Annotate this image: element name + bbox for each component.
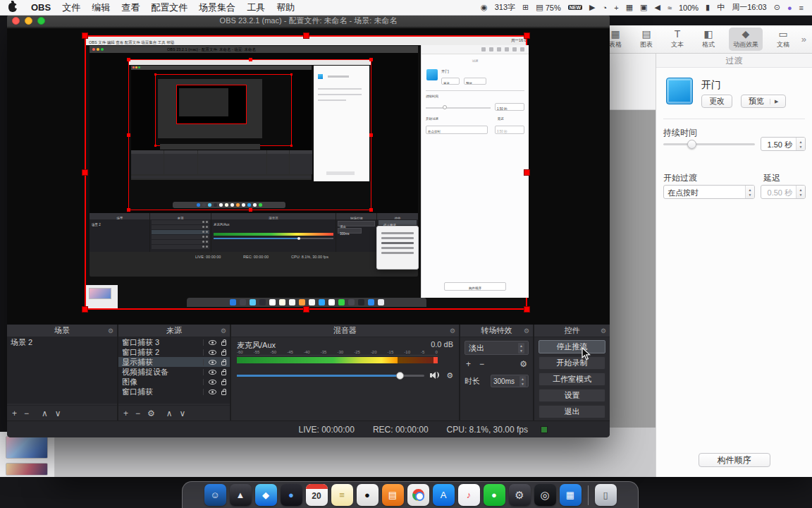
- panel-menu-icon[interactable]: ⚙: [601, 327, 606, 334]
- transition-properties-button[interactable]: ⚙: [519, 359, 527, 369]
- toolbar-图表[interactable]: ▤图表: [636, 28, 657, 51]
- menubar-item-2[interactable]: 查看: [121, 1, 140, 14]
- scene-up-button[interactable]: ∧: [42, 409, 48, 418]
- duration-slider[interactable]: [663, 143, 755, 145]
- resize-handle[interactable]: [524, 32, 530, 39]
- menubar-item-6[interactable]: 帮助: [276, 1, 295, 14]
- dock-item-chrome[interactable]: [407, 484, 429, 506]
- dock-item-mail[interactable]: ●: [281, 484, 302, 506]
- menubar-app-name[interactable]: OBS: [31, 2, 51, 13]
- dock-item-books[interactable]: ▤: [382, 484, 404, 506]
- dock-item-launchpad[interactable]: ▲: [230, 484, 252, 506]
- visibility-eye-icon[interactable]: [209, 389, 216, 394]
- obs-preview-canvas[interactable]: OBS 文件 编辑 查看 配置文件 场景集合 工具 帮助 周一16:03 OBS…: [7, 28, 610, 325]
- duration-slider-knob[interactable]: [687, 140, 696, 149]
- menubar-siri-icon[interactable]: ●: [787, 4, 792, 12]
- menubar-wifi-icon[interactable]: ≈: [668, 4, 672, 12]
- menubar-display-icon[interactable]: ▦: [626, 3, 633, 12]
- source-row[interactable]: 窗口捕获 2: [118, 347, 230, 357]
- menubar-battery-icon[interactable]: ▮: [706, 3, 710, 12]
- scenes-list[interactable]: 场景 2: [7, 337, 117, 404]
- menubar-item-1[interactable]: 编辑: [92, 1, 110, 14]
- menubar-device-battery[interactable]: ▤75%: [536, 3, 560, 12]
- dock-item-obs[interactable]: ◎: [534, 484, 556, 506]
- mixer-volume-slider[interactable]: [237, 375, 424, 377]
- duration-arrows[interactable]: ▲▼: [519, 376, 526, 387]
- control-button-4[interactable]: 退出: [539, 405, 605, 418]
- visibility-eye-icon[interactable]: [209, 340, 216, 345]
- menubar-keyboard-icon[interactable]: ▣: [640, 3, 647, 12]
- dock-item-calendar[interactable]: 20: [306, 484, 328, 506]
- dock-item-app-store[interactable]: A: [433, 484, 455, 506]
- close-button[interactable]: [12, 17, 20, 25]
- visibility-eye-icon[interactable]: [209, 360, 216, 365]
- source-down-button[interactable]: ∨: [180, 409, 186, 418]
- remove-transition-button[interactable]: −: [479, 359, 484, 369]
- resize-handle[interactable]: [82, 32, 88, 39]
- menubar-item-4[interactable]: 场景集合: [199, 1, 235, 14]
- dock-item-safari[interactable]: ◆: [255, 484, 277, 506]
- dock-item-finder[interactable]: ☺: [204, 484, 226, 506]
- dock-item-qq[interactable]: ●: [357, 484, 379, 506]
- resize-handle[interactable]: [524, 169, 530, 176]
- speaker-icon[interactable]: [430, 371, 441, 380]
- lock-icon[interactable]: [221, 381, 226, 385]
- mixer-slider-knob[interactable]: [396, 372, 404, 380]
- resize-handle[interactable]: [524, 306, 530, 313]
- slide-thumbnail[interactable]: [6, 436, 48, 459]
- source-up-button[interactable]: ∧: [166, 409, 173, 418]
- source-row[interactable]: 显示捕获: [118, 357, 230, 367]
- toolbar-文本[interactable]: T文本: [667, 28, 688, 51]
- menubar-item-5[interactable]: 工具: [247, 1, 265, 14]
- dock-item-itunes[interactable]: ♪: [458, 484, 480, 506]
- dock-item-system-preferences[interactable]: ⚙: [509, 484, 531, 506]
- control-button-1[interactable]: 开始录制: [539, 356, 605, 370]
- resize-handle[interactable]: [82, 169, 88, 176]
- scene-down-button[interactable]: ∨: [55, 409, 61, 418]
- control-button-3[interactable]: 设置: [539, 389, 605, 402]
- start-select-arrows[interactable]: ▲▼: [745, 186, 754, 198]
- menubar-obs-status-icon[interactable]: ◉: [481, 3, 488, 12]
- transition-select[interactable]: 淡出 ▲▼: [465, 341, 529, 355]
- dock-item-trash[interactable]: ▯: [595, 484, 617, 506]
- resize-handle[interactable]: [82, 306, 88, 313]
- duration-stepper[interactable]: 1.50 秒 ▲▼: [761, 137, 806, 151]
- menubar-volume-icon[interactable]: ◀: [654, 3, 660, 12]
- menubar-search-icon[interactable]: ⊙: [774, 3, 780, 12]
- panel-menu-icon[interactable]: ⚙: [450, 327, 455, 334]
- control-button-2[interactable]: 工作室模式: [539, 373, 605, 386]
- transition-select-arrows[interactable]: ▲▼: [518, 343, 524, 353]
- lock-icon[interactable]: [221, 341, 226, 346]
- dock-item-wechat[interactable]: ●: [484, 484, 505, 506]
- resize-handle[interactable]: [303, 32, 309, 39]
- source-row[interactable]: 图像: [118, 377, 230, 387]
- visibility-eye-icon[interactable]: [209, 370, 216, 375]
- panel-menu-icon[interactable]: ⚙: [221, 327, 226, 334]
- zoom-button[interactable]: [37, 17, 45, 25]
- toolbar-overflow-icon[interactable]: »: [801, 34, 806, 44]
- dock-item-keynote[interactable]: ▦: [560, 484, 582, 506]
- menubar-word-count[interactable]: 313字: [495, 2, 515, 13]
- menubar-play-icon[interactable]: ▶: [589, 3, 595, 12]
- build-order-button[interactable]: 构件顺序: [699, 453, 770, 467]
- lock-icon[interactable]: [221, 351, 226, 356]
- menubar-new-badge[interactable]: NEW: [568, 5, 582, 10]
- scene-row[interactable]: 场景 2: [7, 337, 117, 347]
- add-scene-button[interactable]: +: [12, 409, 17, 418]
- menubar-notification-icon[interactable]: ≡: [799, 4, 804, 12]
- add-transition-button[interactable]: +: [466, 359, 471, 369]
- slide-thumbnail[interactable]: [6, 463, 48, 476]
- resize-handle[interactable]: [303, 306, 309, 313]
- apple-menu-icon[interactable]: [8, 3, 17, 12]
- remove-scene-button[interactable]: −: [24, 409, 29, 418]
- preview-button[interactable]: 预览▶: [741, 95, 786, 108]
- dock-item-notes[interactable]: ≡: [331, 484, 353, 506]
- menubar-item-0[interactable]: 文件: [62, 1, 80, 14]
- panel-menu-icon[interactable]: ⚙: [524, 327, 529, 334]
- visibility-eye-icon[interactable]: [209, 350, 216, 355]
- menubar-battery-percent[interactable]: 100%: [679, 4, 699, 12]
- source-row[interactable]: 窗口捕获: [118, 387, 230, 397]
- menubar-input-source-icon[interactable]: 中: [717, 2, 725, 13]
- control-button-0[interactable]: 停止推流: [539, 340, 605, 353]
- source-properties-button[interactable]: ⚙: [147, 409, 155, 418]
